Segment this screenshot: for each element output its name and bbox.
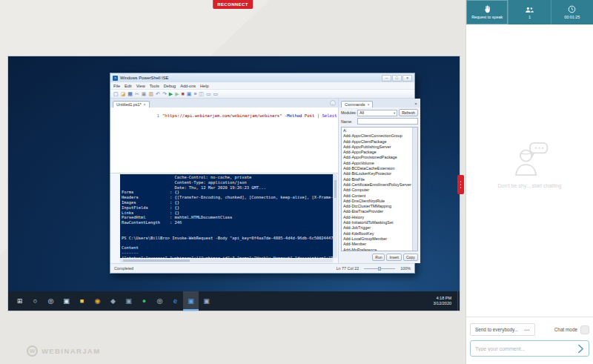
commands-tab[interactable]: Commands ×	[341, 101, 373, 107]
expand-script-pane-icon[interactable]: ⌄	[330, 100, 336, 106]
commands-pane-close-icon[interactable]: ×	[414, 102, 418, 106]
taskbar-icon[interactable]: ▣	[199, 291, 214, 311]
command-list-item[interactable]: Add-AppvClientPackage	[343, 139, 411, 145]
command-list-item[interactable]: Add-AppvClientConnectionGroup	[343, 133, 411, 139]
commands-tab-close-icon[interactable]: ×	[368, 102, 370, 107]
script-editor[interactable]: 1"https://api.webinarjam.com/webinarjam/…	[110, 107, 338, 173]
toolbar-icon[interactable]: ▦	[127, 91, 133, 96]
screen-share-frame: > Windows PowerShell ISE – □ × FileEditV…	[7, 56, 460, 311]
console-line: Images : {}	[122, 200, 333, 205]
command-list-item[interactable]: Add-AppxProvisionedPackage	[343, 155, 411, 160]
command-list-item[interactable]: Add-DtcClusterTMMapping	[343, 204, 411, 209]
chat-drawer-handle[interactable]	[457, 175, 464, 194]
tab-close-icon[interactable]: ×	[144, 102, 146, 107]
ise-title-bar[interactable]: > Windows PowerShell ISE – □ ×	[110, 73, 414, 82]
command-list-item[interactable]: Add-InitiatorIdToMaskingSet	[343, 220, 411, 225]
minimize-button[interactable]: –	[382, 75, 391, 82]
taskbar-icon[interactable]: ◎	[43, 291, 59, 311]
modules-value: All	[360, 110, 364, 115]
toolbar-icon[interactable]: ◫	[199, 91, 204, 96]
menu-item[interactable]: View	[136, 84, 145, 88]
command-list-item[interactable]: Add-DnsClientNrptRule	[343, 199, 411, 204]
console-horizontal-scrollbar[interactable]	[120, 259, 333, 262]
show-desktop-button[interactable]	[457, 291, 460, 311]
toolbar-icon[interactable]: ▶	[175, 91, 179, 96]
command-list-item[interactable]: Add-KdsRootKey	[343, 231, 411, 236]
command-action-button[interactable]: Copy	[403, 254, 418, 261]
zoom-slider-thumb[interactable]	[378, 267, 381, 271]
toolbar-icon[interactable]: ▭	[213, 91, 219, 96]
console-vertical-scrollbar[interactable]	[333, 174, 337, 258]
script-tab[interactable]: Untitled1.ps1* ×	[113, 101, 150, 107]
comment-input[interactable]	[475, 346, 577, 351]
toolbar-icon[interactable]: ▣	[187, 91, 192, 96]
toolbar-icon[interactable]: ✂	[135, 91, 139, 96]
menu-item[interactable]: Help	[200, 84, 209, 88]
script-tab-label: Untitled1.ps1*	[116, 102, 142, 107]
taskbar-icon[interactable]: ◎	[152, 291, 168, 311]
menu-item[interactable]: Debug	[164, 84, 176, 88]
send-to-selector[interactable]: Send to everybody... •••	[470, 323, 535, 336]
toolbar-icon[interactable]: ▭	[206, 91, 211, 96]
menu-item[interactable]: Edit	[125, 84, 132, 88]
menu-item[interactable]: Add-ons	[180, 84, 196, 88]
reconnect-button[interactable]: RECONNECT	[213, 0, 253, 9]
command-list-item[interactable]: Add-Computer	[343, 188, 411, 193]
toolbar-icon[interactable]: »	[193, 91, 196, 96]
command-list-item[interactable]: Add-AppxPackage	[343, 150, 411, 155]
taskbar-icon[interactable]: ■	[74, 291, 90, 311]
refresh-button[interactable]: Refresh	[399, 109, 418, 116]
zoom-slider[interactable]	[364, 268, 395, 269]
command-list-item[interactable]: Add-AppvPublishingServer	[343, 145, 411, 150]
command-list-item[interactable]: Add-JobTrigger	[343, 225, 411, 231]
request-to-speak-button[interactable]: Request to speak	[466, 0, 508, 24]
taskbar-icon[interactable]: ▣	[183, 291, 199, 311]
command-list-item[interactable]: Add-BCDataCacheExtension	[343, 166, 411, 171]
toolbar-icon[interactable]: ▣	[142, 91, 147, 96]
taskbar-icon[interactable]: ●	[136, 291, 152, 311]
taskbar-icon[interactable]: ▣	[121, 291, 136, 311]
menu-item[interactable]: Tools	[150, 84, 159, 88]
menu-item[interactable]: File	[113, 84, 120, 88]
close-button[interactable]: ×	[402, 75, 412, 82]
toolbar-icon[interactable]: ↷	[162, 91, 167, 96]
toolbar-icon[interactable]: ▢	[113, 91, 119, 96]
command-action-button[interactable]: Insert	[386, 254, 402, 261]
command-list-item[interactable]: Add-MpPreference	[343, 248, 411, 251]
toolbar-icon[interactable]: ■	[182, 91, 185, 96]
toolbar-icon[interactable]: ▥	[148, 91, 153, 96]
command-list-item[interactable]: Add-CertificateEnrollmentPolicyServer	[343, 182, 411, 188]
taskbar-icon[interactable]: ◉	[90, 291, 105, 311]
command-list-item[interactable]: Add-EtwTraceProvider	[343, 209, 411, 214]
command-list-item[interactable]: Add-Content	[343, 193, 411, 199]
attendee-counter[interactable]: 1	[508, 0, 551, 24]
taskbar-icon[interactable]: ○	[27, 291, 43, 311]
console-line: Content	[122, 245, 333, 251]
command-list-item[interactable]: Add-LocalGroupMember	[343, 236, 411, 242]
taskbar-icon[interactable]: e	[168, 291, 183, 311]
modules-dropdown[interactable]: All ▾	[357, 110, 397, 116]
command-list-item[interactable]: Add-History	[343, 215, 411, 220]
command-list-item[interactable]: A:	[343, 128, 411, 133]
command-list-item[interactable]: Add-BitsFile	[343, 177, 411, 182]
toolbar-icon[interactable]: ↶	[156, 91, 160, 96]
command-list-item[interactable]: Add-Member	[343, 242, 411, 247]
command-list-item[interactable]: Add-AppxVolume	[343, 161, 411, 166]
toolbar-icon[interactable]: ◪	[121, 91, 126, 96]
maximize-button[interactable]: □	[392, 75, 402, 82]
code-segment: Post	[302, 113, 315, 118]
taskbar-date: 3/12/2020	[434, 301, 451, 306]
taskbar: ⊞○◎▣■◉◆▣●◎e▣▣ 4:18 PM 3/12/2020	[8, 291, 460, 311]
panel-header: Request to speak 1 00:01:25	[466, 0, 593, 24]
toolbar-icon[interactable]: ▶	[169, 91, 173, 96]
command-name-input[interactable]	[357, 118, 418, 125]
taskbar-icon[interactable]: ◆	[105, 291, 121, 311]
taskbar-icon[interactable]: ⊞	[12, 291, 27, 311]
taskbar-clock[interactable]: 4:18 PM 3/12/2020	[434, 296, 457, 306]
send-comment-button[interactable]	[577, 344, 584, 354]
command-action-button[interactable]: Run	[372, 254, 385, 261]
taskbar-icon[interactable]: ▣	[59, 291, 74, 311]
chat-mode-toggle[interactable]	[580, 325, 589, 334]
powershell-console[interactable]: Cache-Control: no-cache, private Content…	[120, 174, 333, 258]
command-list-item[interactable]: Add-BitLockerKeyProtector	[343, 171, 411, 176]
